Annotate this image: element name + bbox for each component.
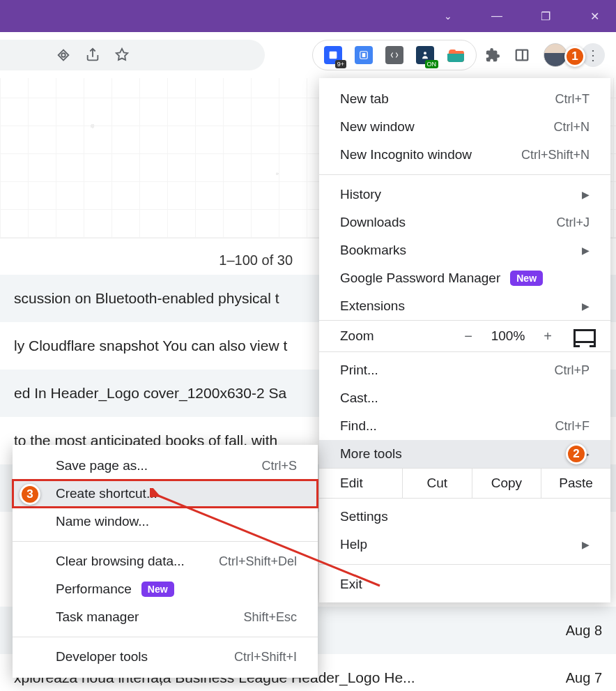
menu-label: New Incognito window [340,147,472,162]
extensions-bubble: 9+ ON [312,40,477,70]
menu-label: New tab [340,91,389,107]
submenu-shortcut: Ctrl+Shift+I [234,650,297,665]
extension-on-badge: ON [425,60,439,68]
pagination-label: 1–100 of 30 [0,241,309,280]
menu-settings[interactable]: Settings [319,503,610,531]
annotation-badge-1: 1 [564,46,585,67]
tab-search-button[interactable]: ⌄ [432,0,464,32]
profile-avatar[interactable] [544,43,567,67]
menu-label: Help [340,537,367,552]
menu-separator [319,564,610,565]
submenu-separator [13,637,318,637]
edit-cut-button[interactable]: Cut [403,469,472,498]
menu-label: Google Password Manager [340,271,500,286]
menu-label: History [340,187,381,202]
menu-label: Print... [340,363,378,378]
side-panel-icon[interactable] [514,47,530,63]
menu-print[interactable]: Print... Ctrl+P [319,356,610,384]
window-titlebar: ⌄ — ❐ ✕ [0,0,616,32]
svg-point-0 [61,53,66,57]
submenu-shortcut: Ctrl+Shift+Del [219,554,297,569]
menu-help[interactable]: Help ▶ [319,531,610,559]
submenu-shortcut: Shift+Esc [243,610,297,625]
extension-icon-1[interactable]: 9+ [324,46,342,64]
menu-label: New window [340,119,415,135]
submenu-label: Clear browsing data... [56,554,185,569]
menu-downloads[interactable]: Downloads Ctrl+J [319,208,610,236]
menu-shortcut: Ctrl+F [555,419,590,434]
minimize-button[interactable]: — [481,0,513,32]
bookmark-star-icon[interactable] [114,47,130,63]
submenu-task-manager[interactable]: Task manager Shift+Esc [13,603,318,631]
extension-icon-3[interactable] [385,46,403,64]
menu-shortcut: Ctrl+P [554,363,590,378]
svg-rect-1 [330,52,337,59]
edit-label: Edit [319,469,403,498]
submenu-label: Save page as... [56,458,148,473]
menu-shortcut: Ctrl+N [553,120,590,135]
menu-bookmarks[interactable]: Bookmarks ▶ [319,236,610,264]
extension-icon-5[interactable] [447,46,465,64]
menu-shortcut: Ctrl+J [556,215,590,230]
menu-edit-row: Edit Cut Copy Paste [319,468,610,499]
annotation-badge-3: 3 [20,484,40,505]
submenu-label: Name window... [56,514,149,529]
menu-extensions[interactable]: Extensions ▶ [319,292,610,320]
omnibox-right[interactable] [0,40,265,70]
submenu-create-shortcut[interactable]: Create shortcut... [13,480,318,508]
menu-exit[interactable]: Exit [319,570,610,598]
menu-label: More tools [340,446,402,462]
menu-new-tab[interactable]: New tab Ctrl+T [319,85,610,113]
more-tools-submenu: Save page as... Ctrl+S Create shortcut..… [13,445,318,678]
menu-label: Extensions [340,298,405,314]
menu-shortcut: Ctrl+Shift+N [521,148,590,162]
extensions-puzzle-icon[interactable] [485,47,500,63]
menu-label: Exit [340,577,362,592]
menu-label: Cast... [340,390,378,406]
menu-new-window[interactable]: New window Ctrl+N [319,113,610,141]
menu-label: Bookmarks [340,243,406,258]
close-button[interactable]: ✕ [578,0,610,32]
menu-shortcut: Ctrl+T [555,92,590,107]
menu-label: Downloads [340,215,406,230]
menu-password-manager[interactable]: Google Password Manager New [319,264,610,292]
chrome-main-menu: New tab Ctrl+T New window Ctrl+N New Inc… [319,78,610,602]
menu-label: Find... [340,418,377,434]
svg-point-4 [424,52,426,54]
toolbar-right: ⋮ [485,43,605,67]
extension-badge: 9+ [335,60,346,68]
edit-paste-button[interactable]: Paste [541,469,610,498]
submenu-arrow-icon: ▶ [582,189,590,200]
maximize-button[interactable]: ❐ [530,0,562,32]
menu-label: Settings [340,509,388,524]
menu-new-incognito[interactable]: New Incognito window Ctrl+Shift+N [319,141,610,169]
submenu-developer-tools[interactable]: Developer tools Ctrl+Shift+I [13,643,318,671]
submenu-clear-data[interactable]: Clear browsing data... Ctrl+Shift+Del [13,547,318,575]
zoom-value: 100% [484,328,532,344]
extension-icon-2[interactable] [355,46,373,64]
menu-cast[interactable]: Cast... [319,384,610,412]
submenu-label: Create shortcut... [56,486,157,501]
fullscreen-icon[interactable] [576,329,594,343]
menu-zoom-row: Zoom − 100% + [319,320,610,352]
submenu-label: Performance [56,582,132,597]
menu-separator [319,174,610,175]
submenu-name-window[interactable]: Name window... [13,508,318,536]
annotation-badge-2: 2 [566,443,587,464]
submenu-label: Task manager [56,609,139,625]
browser-toolbar: 9+ ON ⋮ [0,32,616,78]
menu-find[interactable]: Find... Ctrl+F [319,412,610,440]
lens-icon[interactable] [56,47,71,63]
edit-copy-button[interactable]: Copy [472,469,542,498]
submenu-arrow-icon: ▶ [582,539,590,550]
submenu-save-page[interactable]: Save page as... Ctrl+S [13,452,318,480]
submenu-performance[interactable]: Performance New [13,575,318,603]
share-icon[interactable] [85,47,100,63]
submenu-arrow-icon: ▶ [582,245,590,256]
new-badge: New [510,271,543,286]
menu-history[interactable]: History ▶ [319,181,610,208]
zoom-in-button[interactable]: + [532,328,563,344]
extension-icon-4[interactable]: ON [416,46,434,64]
zoom-out-button[interactable]: − [453,328,484,344]
svg-rect-3 [362,53,366,57]
